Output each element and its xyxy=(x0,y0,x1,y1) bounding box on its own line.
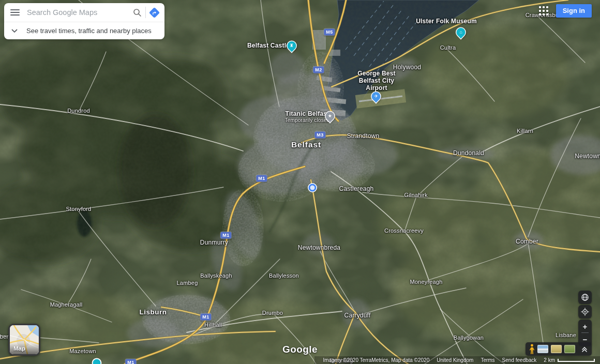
map-label-newtowna: Newtowna xyxy=(575,153,600,160)
location-indicator xyxy=(309,184,317,192)
globe-view-button[interactable] xyxy=(578,291,592,304)
map-label-dunmurry: Dunmurry xyxy=(200,239,228,247)
search-row xyxy=(4,3,164,22)
my-location-icon xyxy=(581,308,589,316)
send-feedback-link[interactable]: Send feedback xyxy=(502,357,537,363)
travel-times-label: See travel times, traffic and nearby pla… xyxy=(26,27,152,35)
map-toggle-label: Map xyxy=(13,345,25,352)
road-shield-m1: M1 xyxy=(200,314,211,321)
scale-bar xyxy=(558,359,595,362)
map-label-mazetown: Mazetown xyxy=(69,348,96,355)
map-label-lisburn: Lisburn xyxy=(140,308,167,316)
google-maps-app: CrawfordsburnUlster Folk MuseumBelfast C… xyxy=(0,0,600,364)
my-location-button[interactable] xyxy=(578,305,592,318)
map-label-holywood: Holywood xyxy=(393,64,421,71)
map-label-gilnahirk: Gilnahirk xyxy=(404,192,427,199)
map-label-stonyford: Stonyford xyxy=(66,206,92,213)
imagery-thumbnail-3[interactable] xyxy=(564,345,575,353)
map-label-castlereagh: Castlereagh xyxy=(339,186,374,193)
map-label-george-best-belfast-city-airport[interactable]: George Best Belfast City Airport xyxy=(357,70,396,92)
satellite-map[interactable] xyxy=(0,0,600,364)
directions-button[interactable] xyxy=(151,9,158,17)
terms-link[interactable]: Terms xyxy=(481,357,494,363)
attribution-bar: Imagery ©2020 TerraMetrics, Map data ©20… xyxy=(314,356,600,364)
road-shield-m5: M5 xyxy=(324,29,335,36)
map-label-crossnacreevy: Crossnacreevy xyxy=(384,228,424,234)
travel-times-row[interactable]: See travel times, traffic and nearby pla… xyxy=(4,22,164,39)
google-logo: Google xyxy=(282,344,318,355)
map-label-belfast: Belfast xyxy=(291,140,321,149)
globe-icon xyxy=(581,293,589,301)
sign-in-button[interactable]: Sign in xyxy=(556,4,592,18)
map-label-dundonald: Dundonald xyxy=(453,150,484,157)
pegman-icon[interactable] xyxy=(529,344,535,355)
imagery-bar xyxy=(526,342,592,356)
road-shield-m3: M3 xyxy=(314,132,325,139)
map-label-drumbo: Drumbo xyxy=(262,310,283,316)
road-shield-m1: M1 xyxy=(256,175,267,182)
ulster-folk-museum-marker[interactable]: ⌂ xyxy=(457,28,466,38)
map-label-belfast-castle[interactable]: Belfast Castle xyxy=(247,42,290,50)
imagery-thumbnail-1[interactable] xyxy=(537,345,548,353)
belfast-castle-marker[interactable]: ♜ xyxy=(288,41,296,51)
map-label-ballylesson: Ballylesson xyxy=(269,272,299,279)
map-label-strandtown: Strandtown xyxy=(347,133,380,140)
imagery-thumbnail-2[interactable] xyxy=(551,345,562,353)
directions-icon xyxy=(149,7,160,18)
search-icon xyxy=(132,8,142,17)
map-label-titanic-belfast[interactable]: Titanic Belfast xyxy=(286,111,329,118)
map-label-lambeg: Lambeg xyxy=(177,280,198,286)
map-label-dundrod: Dundrod xyxy=(67,108,90,114)
zoom-in-button[interactable]: + xyxy=(578,320,592,332)
search-divider xyxy=(145,7,146,18)
collapse-bar-button[interactable] xyxy=(581,345,588,353)
map-label-carryduff: Carryduff xyxy=(344,312,371,320)
map-label-lisbane: Lisbane xyxy=(556,332,576,339)
road-shield-m1: M1 xyxy=(220,232,231,239)
city-airport-marker[interactable]: ✈ xyxy=(372,92,381,102)
scale-control: 2 km xyxy=(544,357,595,363)
map-label-ballygowan: Ballygowan xyxy=(454,335,484,341)
google-apps-icon[interactable] xyxy=(539,6,548,16)
search-input[interactable] xyxy=(20,8,132,17)
hamburger-icon xyxy=(10,9,20,16)
road-shield-m2: M2 xyxy=(313,67,324,73)
map-label-magheragall: Magheragall xyxy=(50,301,83,308)
map-type-toggle[interactable]: Map xyxy=(8,324,40,356)
map-label-comber: Comber xyxy=(516,238,538,246)
map-label-moneyreagh: Moneyreagh xyxy=(410,279,442,285)
map-label-ballyskeagh: Ballyskeagh xyxy=(200,272,232,279)
region-label: United Kingdom xyxy=(437,357,473,363)
scale-label: 2 km xyxy=(544,357,555,363)
map-label-cultra: Cultra xyxy=(440,44,456,51)
map-label-newtownbreda: Newtownbreda xyxy=(298,245,340,252)
chevron-down-icon xyxy=(11,27,18,35)
titanic-belfast-marker[interactable]: ★ xyxy=(326,112,335,122)
search-button[interactable] xyxy=(132,8,142,17)
search-card: See travel times, traffic and nearby pla… xyxy=(4,3,164,39)
imagery-attribution: Imagery ©2020 TerraMetrics, Map data ©20… xyxy=(323,357,429,363)
top-right-toolbar: Sign in xyxy=(539,4,592,18)
poi-circle-marker[interactable] xyxy=(92,358,102,364)
menu-button[interactable] xyxy=(10,9,20,16)
map-label-killarn: Killarn xyxy=(517,128,533,134)
road-shield-m1: M1 xyxy=(125,359,136,364)
map-label-temporarily-closed: Temporarily closed xyxy=(285,117,330,124)
map-label-hillhall: Hillhall xyxy=(204,322,222,328)
map-label-ulster-folk-museum[interactable]: Ulster Folk Museum xyxy=(416,18,477,25)
double-chevron-up-icon xyxy=(581,345,588,353)
